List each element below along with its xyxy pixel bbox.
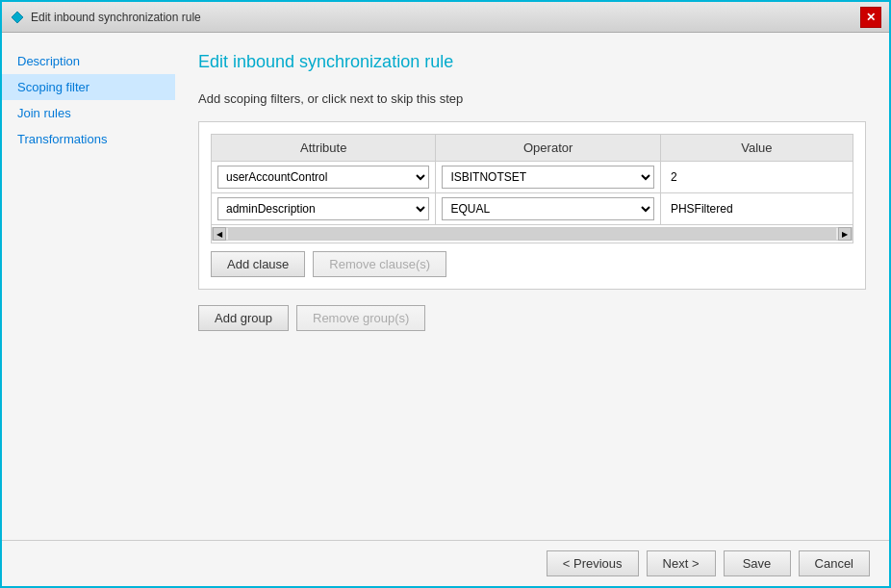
table-row: userAccountControl ISBITNOTSET — [212, 162, 853, 193]
remove-clauses-button[interactable]: Remove clause(s) — [313, 251, 446, 277]
add-clause-button[interactable]: Add clause — [211, 251, 305, 277]
row2-value-input[interactable] — [667, 200, 847, 217]
main-content: Edit inbound synchronization rule Add sc… — [175, 33, 889, 540]
sidebar-item-description[interactable]: Description — [2, 48, 175, 74]
row1-operator-select[interactable]: ISBITNOTSET — [442, 166, 653, 189]
sidebar-item-transformations[interactable]: Transformations — [2, 126, 175, 152]
sidebar: Description Scoping filter Join rules Tr… — [2, 33, 175, 540]
row2-attribute-cell: adminDescription — [212, 193, 436, 225]
col-header-attribute: Attribute — [212, 135, 436, 162]
row1-value-cell — [660, 162, 853, 193]
col-header-value: Value — [660, 135, 853, 162]
row2-value-cell — [660, 193, 853, 225]
remove-groups-button[interactable]: Remove group(s) — [296, 305, 425, 331]
row1-operator-cell: ISBITNOTSET — [436, 162, 660, 193]
app-icon — [10, 10, 25, 25]
content-area: Description Scoping filter Join rules Tr… — [2, 33, 889, 540]
close-button[interactable]: ✕ — [860, 7, 881, 28]
page-title: Edit inbound synchronization rule — [198, 52, 866, 72]
row2-attribute-select[interactable]: adminDescription — [217, 197, 429, 220]
add-group-button[interactable]: Add group — [198, 305, 289, 331]
row2-operator-cell: EQUAL — [436, 193, 660, 225]
scrollbar-cell: ◀ ▶ — [212, 225, 853, 243]
save-button[interactable]: Save — [724, 550, 791, 576]
title-bar: Edit inbound synchronization rule ✕ — [2, 2, 889, 33]
row1-value-input[interactable] — [667, 168, 847, 186]
col-header-operator: Operator — [436, 135, 660, 162]
scrollbar-right-arrow[interactable]: ▶ — [838, 227, 852, 241]
scrollbar-thumb — [228, 228, 836, 240]
horizontal-scrollbar[interactable]: ◀ ▶ — [212, 227, 853, 241]
group-buttons: Add group Remove group(s) — [198, 305, 866, 331]
svg-marker-0 — [12, 12, 23, 23]
row1-attribute-select[interactable]: userAccountControl — [217, 166, 429, 189]
window-title: Edit inbound synchronization rule — [31, 11, 201, 24]
filter-table: Attribute Operator Value userAccountCont… — [211, 134, 853, 243]
row2-operator-select[interactable]: EQUAL — [442, 197, 653, 220]
previous-button[interactable]: < Previous — [547, 550, 639, 576]
sidebar-item-join-rules[interactable]: Join rules — [2, 100, 175, 126]
row1-attribute-cell: userAccountControl — [212, 162, 436, 193]
clause-buttons: Add clause Remove clause(s) — [211, 251, 853, 277]
section-description: Add scoping filters, or click next to sk… — [198, 91, 866, 106]
filter-group-box: Attribute Operator Value userAccountCont… — [198, 121, 866, 290]
sidebar-item-scoping-filter[interactable]: Scoping filter — [2, 74, 175, 100]
footer: < Previous Next > Save Cancel — [2, 540, 889, 586]
next-button[interactable]: Next > — [647, 550, 716, 576]
main-window: Edit inbound synchronization rule ✕ Desc… — [0, 0, 891, 588]
cancel-button[interactable]: Cancel — [799, 550, 870, 576]
scrollbar-row: ◀ ▶ — [212, 225, 853, 243]
scrollbar-left-arrow[interactable]: ◀ — [213, 227, 226, 241]
title-bar-left: Edit inbound synchronization rule — [10, 10, 201, 25]
table-row: adminDescription EQUAL — [212, 193, 853, 225]
